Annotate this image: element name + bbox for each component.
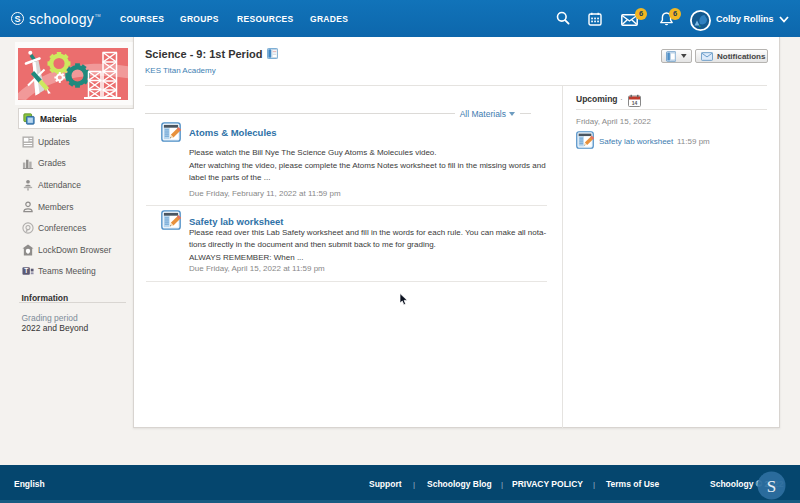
svg-text:T: T (24, 268, 28, 275)
svg-text:S: S (767, 477, 776, 496)
svg-text:14: 14 (632, 100, 638, 106)
